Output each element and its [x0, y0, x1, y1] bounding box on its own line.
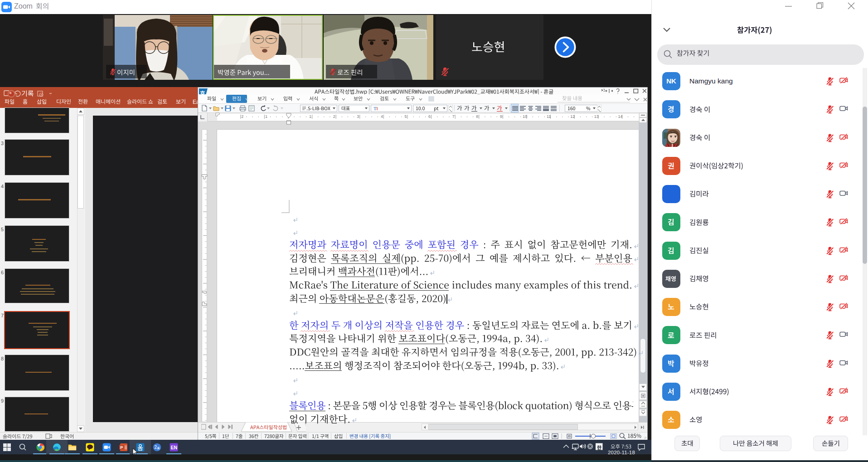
svg-text:2: 2 [154, 445, 157, 450]
svg-text:EN: EN [170, 445, 177, 450]
svg-text:P: P [120, 445, 123, 450]
